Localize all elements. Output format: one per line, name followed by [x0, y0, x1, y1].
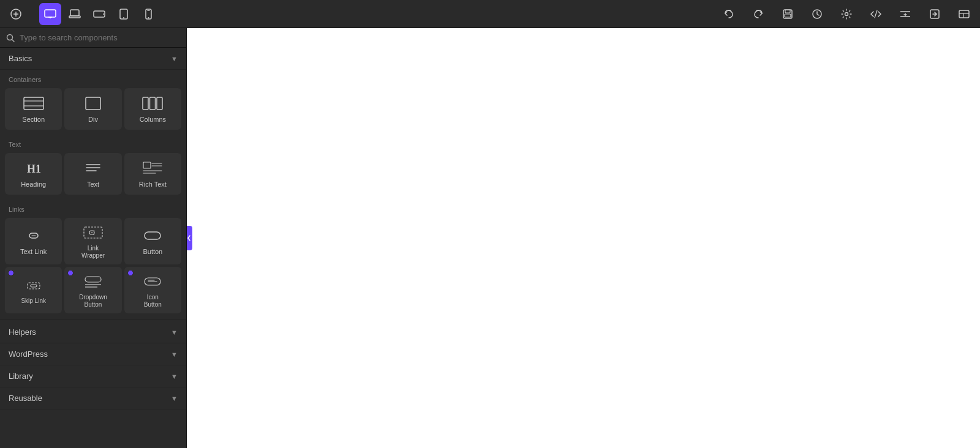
svg-point-9 [103, 13, 104, 15]
divider-basics-helpers [0, 319, 186, 320]
svg-line-31 [12, 39, 15, 42]
helpers-label: Helpers [9, 327, 36, 337]
canvas-inner [187, 28, 980, 448]
component-section[interactable]: Section [5, 88, 62, 130]
search-bar [0, 28, 186, 48]
svg-rect-52 [28, 283, 40, 289]
panels-button[interactable] [953, 3, 975, 25]
skip-link-icon [23, 277, 45, 294]
heading-icon: H1 [23, 160, 45, 177]
columns-label: Columns [140, 116, 166, 124]
component-skip-link[interactable]: Skip Link [5, 267, 62, 313]
wordpress-label: WordPress [9, 349, 48, 359]
basics-label: Basics [9, 54, 32, 63]
containers-grid: Section Div [0, 86, 186, 135]
svg-point-19 [845, 12, 848, 15]
links-grid: Text Link LinkWrapper [0, 215, 186, 318]
icon-button-label: IconButton [144, 294, 162, 308]
dropdown-button-label: DropdownButton [79, 294, 107, 308]
reusable-chevron-icon: ▼ [171, 395, 178, 402]
search-input[interactable] [20, 33, 180, 42]
svg-rect-32 [24, 97, 43, 110]
library-chevron-icon: ▼ [171, 373, 178, 380]
helpers-section-header[interactable]: Helpers ▼ [0, 321, 186, 343]
component-text-link[interactable]: Text Link [5, 218, 62, 264]
device-switcher [39, 3, 159, 25]
svg-rect-3 [45, 10, 56, 17]
sidebar: Basics ▼ Containers Section [0, 28, 187, 448]
svg-rect-53 [85, 277, 101, 282]
canvas-area [187, 28, 980, 448]
device-laptop-button[interactable] [64, 3, 86, 25]
component-link-wrapper[interactable]: LinkWrapper [64, 218, 121, 264]
add-section-button[interactable] [894, 3, 916, 25]
svg-rect-51 [145, 232, 160, 239]
settings-button[interactable] [835, 3, 858, 25]
svg-rect-6 [70, 10, 79, 16]
save-template-button[interactable] [777, 3, 799, 25]
svg-rect-35 [86, 97, 100, 110]
svg-point-11 [123, 17, 124, 18]
device-desktop-button[interactable] [39, 3, 61, 25]
sidebar-collapse-handle[interactable] [187, 226, 192, 250]
add-button[interactable] [5, 3, 27, 25]
text-icon [82, 160, 104, 177]
toolbar-right [718, 3, 975, 25]
basics-chevron-icon: ▼ [171, 55, 178, 62]
text-link-icon [23, 227, 45, 244]
columns-icon [141, 95, 164, 112]
panel-scroll: Basics ▼ Containers Section [0, 48, 186, 448]
links-category-label: Links [0, 200, 186, 215]
dropdown-button-badge [67, 270, 74, 276]
button-label: Button [143, 248, 162, 256]
rich-text-label: Rich Text [139, 181, 167, 189]
svg-rect-38 [157, 97, 162, 110]
reusable-label: Reusable [9, 394, 42, 403]
link-wrapper-label: LinkWrapper [81, 245, 105, 259]
library-label: Library [9, 371, 33, 381]
rich-text-icon [141, 160, 164, 177]
component-button[interactable]: Button [124, 218, 181, 264]
text-link-label: Text Link [20, 248, 47, 256]
svg-rect-27 [959, 10, 969, 18]
section-label: Section [22, 116, 45, 124]
custom-code-button[interactable] [865, 3, 887, 25]
svg-text:H1: H1 [27, 163, 41, 175]
library-section-header[interactable]: Library ▼ [0, 365, 186, 387]
device-mobile-button[interactable] [137, 3, 159, 25]
main-content: Basics ▼ Containers Section [0, 28, 980, 448]
search-icon [6, 34, 15, 42]
reusable-section-header[interactable]: Reusable ▼ [0, 387, 186, 409]
svg-rect-49 [84, 227, 102, 238]
svg-line-20 [875, 10, 877, 18]
svg-rect-7 [69, 16, 80, 18]
wordpress-chevron-icon: ▼ [171, 351, 178, 358]
containers-category-label: Containers [0, 70, 186, 86]
device-tablet-portrait-button[interactable] [113, 3, 135, 25]
component-text[interactable]: Text [64, 153, 121, 195]
device-tablet-landscape-button[interactable] [88, 3, 110, 25]
text-label: Text [87, 181, 99, 189]
div-label: Div [88, 116, 98, 124]
heading-label: Heading [21, 181, 46, 189]
svg-rect-43 [143, 162, 151, 168]
component-dropdown-button[interactable]: DropdownButton [64, 267, 121, 313]
history-button[interactable] [806, 3, 828, 25]
skip-link-label: Skip Link [21, 297, 46, 305]
component-icon-button[interactable]: IconButton [124, 267, 181, 313]
export-button[interactable] [924, 3, 946, 25]
component-rich-text[interactable]: Rich Text [124, 153, 181, 195]
svg-point-14 [148, 17, 149, 18]
component-div[interactable]: Div [64, 88, 121, 130]
wordpress-section-header[interactable]: WordPress ▼ [0, 343, 186, 365]
component-heading[interactable]: H1 Heading [5, 153, 62, 195]
undo-button[interactable] [718, 3, 740, 25]
redo-button[interactable] [747, 3, 769, 25]
text-category-label: Text [0, 135, 186, 151]
text-grid: H1 Heading Text [0, 151, 186, 200]
basics-section-header[interactable]: Basics ▼ [0, 48, 186, 70]
skip-link-badge [8, 270, 14, 276]
dropdown-button-icon [82, 273, 104, 290]
component-columns[interactable]: Columns [124, 88, 181, 130]
toolbar-left [5, 3, 27, 25]
